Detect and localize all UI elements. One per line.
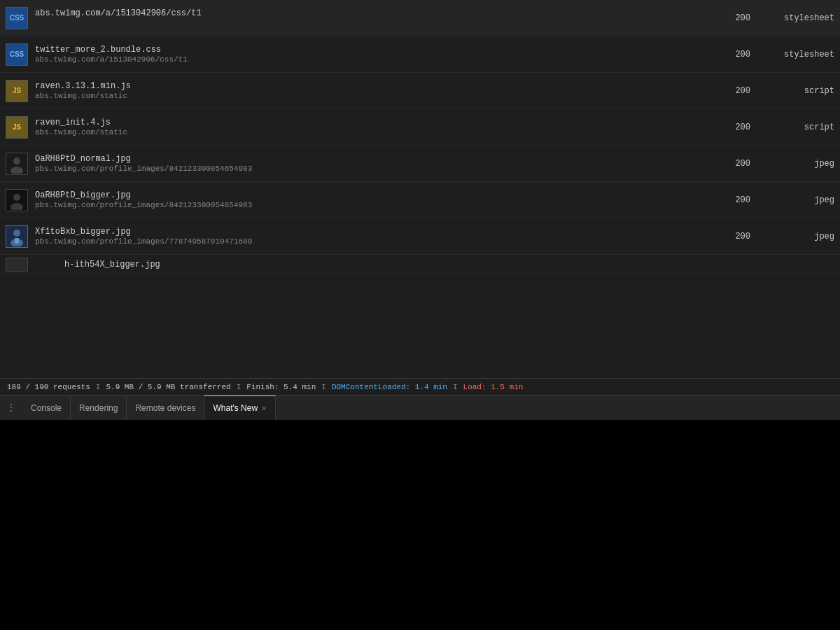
svg-rect-9 (15, 238, 19, 244)
separator-2: I (237, 383, 241, 391)
table-row[interactable]: CSS twitter_more_2.bundle.css abs.twimg.… (0, 36, 840, 73)
tab-menu-icon[interactable]: ⋮ (0, 396, 22, 420)
row-status: 200 (708, 232, 764, 241)
row-type: jpeg (764, 159, 834, 169)
network-table: CSS abs.twimg.com/a/1513042906/css/t1 20… (0, 0, 840, 378)
row-status: 200 (708, 195, 764, 205)
separator-3: I (321, 383, 326, 391)
row-url: pbs.twimg.com/profile_images/77874058791… (35, 237, 708, 246)
row-url (35, 19, 708, 27)
row-name-section: twitter_more_2.bundle.css abs.twimg.com/… (35, 45, 708, 64)
finish-time: Finish: 5.4 min (246, 383, 316, 391)
requests-count: 189 / 190 requests (7, 383, 90, 391)
load-time: Load: 1.5 min (463, 383, 524, 391)
tab-remote-devices[interactable]: Remote devices (127, 396, 204, 420)
transfer-size: 5.9 MB / 5.9 MB transferred (106, 383, 230, 391)
row-type: script (764, 122, 834, 132)
js-icon: JS (6, 116, 28, 139)
table-row[interactable]: OaRH8PtD_normal.jpg pbs.twimg.com/profil… (0, 146, 840, 182)
row-filename: Xf1toBxb_bigger.jpg (35, 227, 708, 237)
table-row[interactable]: JS raven_init.4.js abs.twimg.com/static … (0, 109, 840, 146)
devtools-panel: CSS abs.twimg.com/a/1513042906/css/t1 20… (0, 0, 840, 420)
row-status: 200 (708, 159, 764, 169)
row-status: 200 (708, 86, 764, 96)
row-type: jpeg (764, 195, 834, 205)
row-url: abs.twimg.com/static (35, 128, 708, 136)
row-name-section: OaRH8PtD_normal.jpg pbs.twimg.com/profil… (35, 154, 708, 173)
image-icon (6, 225, 28, 248)
row-filename: raven_init.4.js (35, 118, 708, 127)
row-name-section: raven.3.13.1.min.js abs.twimg.com/static (35, 81, 708, 100)
js-icon: JS (6, 80, 28, 102)
row-url: abs.twimg.com/a/1513042906/css/t1 (35, 55, 708, 64)
row-type: jpeg (764, 232, 834, 241)
tab-whats-new[interactable]: What's New × (204, 396, 275, 420)
separator-4: I (453, 383, 458, 391)
table-row[interactable]: Xf1toBxb_bigger.jpg pbs.twimg.com/profil… (0, 218, 840, 255)
row-status: 200 (708, 50, 764, 59)
table-row[interactable]: CSS abs.twimg.com/a/1513042906/css/t1 20… (0, 0, 840, 36)
row-status: 200 (708, 13, 764, 23)
row-name-section: raven_init.4.js abs.twimg.com/static (35, 118, 708, 136)
domcontent-time: DOMContentLoaded: 1.4 min (332, 383, 447, 391)
row-url: pbs.twimg.com/profile_images/84212330005… (35, 164, 708, 173)
row-type: stylesheet (764, 13, 834, 23)
css-icon: CSS (6, 43, 28, 66)
image-icon (6, 153, 28, 175)
status-bar: 189 / 190 requests I 5.9 MB / 5.9 MB tra… (0, 378, 840, 395)
row-name-section: Xf1toBxb_bigger.jpg pbs.twimg.com/profil… (35, 227, 708, 246)
row-url: abs.twimg.com/static (35, 92, 708, 100)
row-filename: OaRH8PtD_normal.jpg (35, 154, 708, 164)
row-name-section: abs.twimg.com/a/1513042906/css/t1 (35, 8, 708, 27)
tabs-bar: ⋮ Console Rendering Remote devices What'… (0, 395, 840, 420)
row-url: pbs.twimg.com/profile_images/84212330005… (35, 201, 708, 209)
tab-rendering[interactable]: Rendering (71, 396, 127, 420)
tab-console[interactable]: Console (22, 396, 71, 420)
partial-row: h-ith54X_bigger.jpg (0, 255, 840, 274)
svg-point-7 (13, 230, 20, 237)
row-name-section: OaRH8PtD_bigger.jpg pbs.twimg.com/profil… (35, 190, 708, 209)
svg-point-1 (13, 158, 20, 164)
row-filename: raven.3.13.1.min.js (35, 81, 708, 91)
row-type: stylesheet (764, 50, 834, 59)
row-filename: abs.twimg.com/a/1513042906/css/t1 (35, 8, 708, 18)
tab-close-button[interactable]: × (262, 404, 266, 412)
partial-filename: h-ith54X_bigger.jpg (64, 260, 160, 270)
row-filename: twitter_more_2.bundle.css (35, 45, 708, 55)
table-row[interactable]: OaRH8PtD_bigger.jpg pbs.twimg.com/profil… (0, 182, 840, 218)
css-icon: CSS (6, 7, 28, 29)
table-row[interactable]: JS raven.3.13.1.min.js abs.twimg.com/sta… (0, 73, 840, 109)
image-icon (6, 189, 28, 211)
row-status: 200 (708, 122, 764, 132)
row-type: script (764, 86, 834, 96)
separator-1: I (96, 383, 101, 391)
row-filename: OaRH8PtD_bigger.jpg (35, 190, 708, 200)
svg-point-4 (13, 194, 20, 201)
